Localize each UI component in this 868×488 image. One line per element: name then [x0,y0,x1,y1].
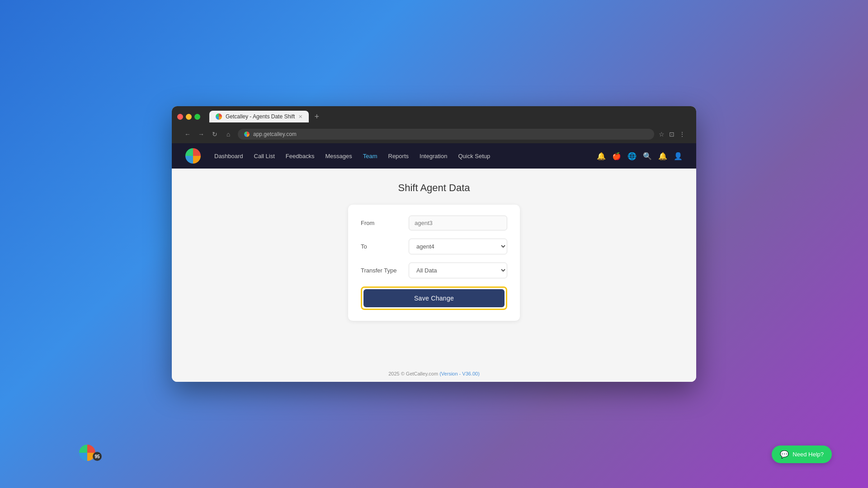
site-favicon [244,131,250,137]
form-card: From To agent4 agent1 agent2 agent3 Tran… [348,205,520,321]
user-icon[interactable]: 👤 [674,152,683,160]
transfer-type-select[interactable]: All Data Calls Feedbacks [409,263,507,278]
nav-right: 🔔 🍎 🌐 🔍 🔔 👤 [597,152,683,160]
save-button-wrapper: Save Change [361,286,507,310]
tab-bar: Getcalley - Agents Date Shift ✕ + [209,111,691,122]
page-body: Shift Agent Data From To agent4 agent1 a… [172,169,696,382]
browser-actions: ☆ ⊡ ⋮ [659,131,685,138]
url-bar[interactable]: app.getcalley.com [238,129,654,140]
title-bar: Getcalley - Agents Date Shift ✕ + [177,111,691,122]
page-footer: 2025 © GetCalley.com (Version - V36.00) [172,371,696,376]
browser-chrome: Getcalley - Agents Date Shift ✕ + ← → ↻ … [172,106,696,143]
nav-team[interactable]: Team [363,153,377,160]
globe-icon[interactable]: 🌐 [627,152,637,160]
to-select[interactable]: agent4 agent1 agent2 agent3 [409,239,507,254]
bottom-logo-area: 95 [79,445,102,461]
menu-icon[interactable]: ⋮ [679,131,685,138]
transfer-type-label: Transfer Type [361,267,401,274]
nav-dashboard[interactable]: Dashboard [214,153,243,160]
tab-title: Getcalley - Agents Date Shift [226,113,295,120]
back-button[interactable]: ← [183,131,193,138]
bookmark-icon[interactable]: ☆ [659,131,665,138]
to-row: To agent4 agent1 agent2 agent3 [361,239,507,254]
close-button[interactable] [177,114,183,120]
from-label: From [361,220,401,226]
nav-feedbacks[interactable]: Feedbacks [286,153,315,160]
nav-messages[interactable]: Messages [325,153,352,160]
transfer-type-row: Transfer Type All Data Calls Feedbacks [361,263,507,278]
url-text: app.getcalley.com [253,131,297,137]
to-label: To [361,243,401,250]
nav-buttons: ← → ↻ ⌂ [183,131,233,138]
notification-icon[interactable]: 🔔 [597,152,606,160]
nav-reports[interactable]: Reports [388,153,409,160]
maximize-button[interactable] [194,114,200,120]
tab-close-icon[interactable]: ✕ [298,114,302,120]
app-content: Dashboard Call List Feedbacks Messages T… [172,143,696,382]
page-title: Shift Agent Data [398,182,470,194]
app-logo[interactable] [185,148,201,164]
whatsapp-icon: 💬 [780,450,789,459]
address-bar: ← → ↻ ⌂ app.getcalley.com ☆ ⊡ ⋮ [177,126,691,143]
notification-badge: 95 [93,452,102,461]
search-icon[interactable]: 🔍 [643,152,652,160]
top-nav: Dashboard Call List Feedbacks Messages T… [172,143,696,169]
from-input[interactable] [409,216,507,230]
nav-integration[interactable]: Integration [420,153,447,160]
whatsapp-label: Need Help? [793,451,824,458]
minimize-button[interactable] [186,114,192,120]
traffic-lights [177,114,200,120]
nav-links: Dashboard Call List Feedbacks Messages T… [214,153,583,160]
save-change-button[interactable]: Save Change [363,289,505,307]
from-row: From [361,216,507,230]
home-button[interactable]: ⌂ [223,131,233,138]
apple-icon[interactable]: 🍎 [612,152,621,160]
nav-call-list[interactable]: Call List [254,153,275,160]
active-tab[interactable]: Getcalley - Agents Date Shift ✕ [209,111,309,122]
nav-quick-setup[interactable]: Quick Setup [458,153,490,160]
reload-button[interactable]: ↻ [210,131,220,138]
footer-text: 2025 © GetCalley.com [388,371,439,376]
browser-window: Getcalley - Agents Date Shift ✕ + ← → ↻ … [172,106,696,382]
whatsapp-help-button[interactable]: 💬 Need Help? [772,446,832,463]
forward-button[interactable]: → [196,131,206,138]
new-tab-button[interactable]: + [311,112,322,122]
bell-icon[interactable]: 🔔 [658,152,667,160]
extensions-icon[interactable]: ⊡ [669,131,675,138]
footer-version-link[interactable]: (Version - V36.00) [439,371,480,376]
tab-favicon [216,113,222,120]
